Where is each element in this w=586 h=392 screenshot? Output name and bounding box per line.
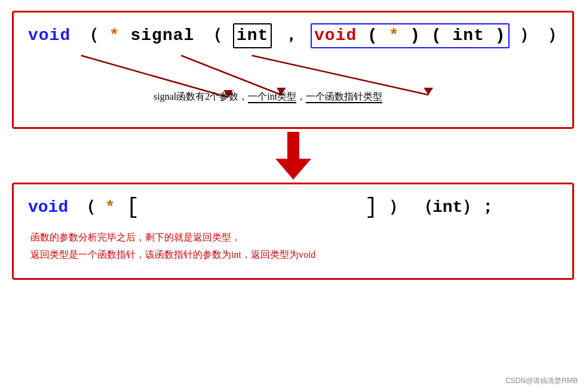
void-keyword-2: void (314, 26, 357, 45)
bottom-annotation-line2: 返回类型是一个函数指针，该函数指针的参数为int，返回类型为void (30, 246, 558, 264)
svg-line-2 (181, 55, 281, 95)
paren-close-4: ) (495, 26, 506, 45)
bottom-void-keyword: void (28, 198, 68, 217)
star-1: * (109, 26, 120, 45)
void-keyword-1: void (28, 26, 70, 45)
int-keyword-1: int (237, 26, 268, 45)
annotation-text: signal函数有2个参数，一个int类型，一个函数指针类型 (154, 91, 382, 103)
paren-open-5: （ (576, 26, 586, 45)
paren-open-2: （ (205, 26, 222, 45)
svg-marker-8 (275, 159, 311, 180)
top-code-line: void （ * signal （ int ， void ( * ) ( int… (28, 23, 558, 48)
bottom-star: * (105, 198, 115, 217)
star-2: * (389, 26, 400, 45)
down-arrow-icon (275, 132, 311, 180)
down-arrow-container (12, 129, 574, 183)
bottom-annotation-line1: 函数的参数分析完毕之后，剩下的就是返回类型， (30, 229, 558, 246)
signal-name: signal (130, 26, 194, 45)
bottom-code-line: void （ * [ ] ） （int）； (28, 195, 558, 218)
paren-close-3: ) (410, 26, 421, 45)
paren-open-1: （ (81, 26, 109, 45)
svg-line-4 (252, 55, 429, 95)
paren-open-4: ( (431, 26, 442, 45)
bottom-annotation: 函数的参数分析完毕之后，剩下的就是返回类型， 返回类型是一个函数指针，该函数指针… (28, 229, 558, 264)
int-keyword-2: int (453, 26, 484, 45)
comma-1: ， (283, 26, 300, 45)
svg-marker-5 (424, 88, 433, 95)
paren-close-1: ） (548, 26, 576, 45)
int-box: int (233, 23, 272, 48)
annotation-area: signal函数有2个参数，一个int类型，一个函数指针类型 (28, 54, 558, 108)
void-func-box: void ( * ) ( int ) (311, 23, 510, 48)
svg-rect-7 (287, 132, 299, 160)
bottom-paren-3: （int）； (416, 198, 496, 217)
bracket-right: ] (365, 197, 378, 218)
bracket-left: [ (126, 197, 139, 218)
paren-open-3: ( (367, 26, 378, 45)
bottom-paren-2: ） (389, 198, 416, 217)
top-box: void （ * signal （ int ， void ( * ) ( int… (12, 11, 574, 129)
bottom-box: void （ * [ ] ） （int）； 函数的参数分析完毕之后，剩下的就是返… (12, 183, 574, 279)
watermark: CSDN@请搞清楚RMB (505, 376, 578, 386)
annotation-label: signal函数有2个参数，一个int类型，一个函数指针类型 (154, 91, 382, 103)
paren-close-2: ） (520, 26, 537, 45)
bottom-paren-1: （ (78, 198, 105, 217)
